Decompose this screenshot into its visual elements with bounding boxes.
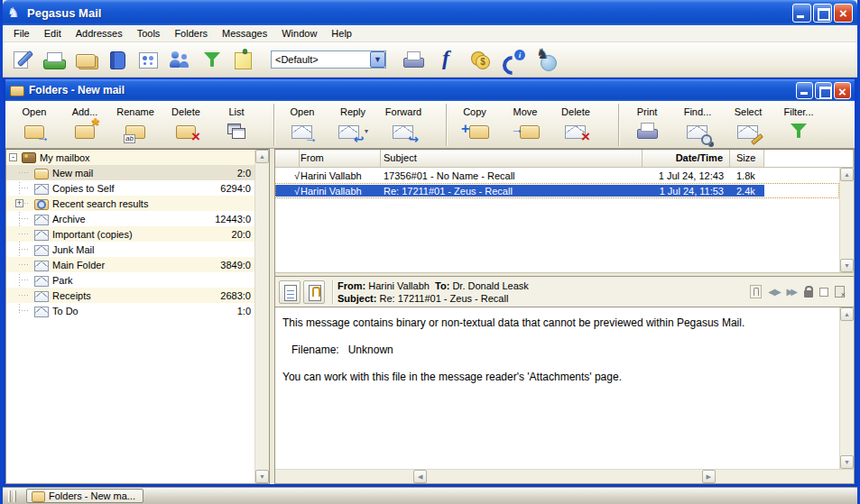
message-list-header[interactable]: FromSubjectDate/TimeSize [275,150,854,168]
column-header-from[interactable]: From [300,150,381,167]
column-header-flag[interactable] [764,150,854,167]
folders-window-title-bar[interactable]: Folders - New mail [5,79,855,101]
button-icon-wrap [123,120,148,142]
folders-close-button[interactable] [834,82,851,99]
inbox-icon[interactable] [42,49,67,70]
menu-item-addresses[interactable]: Addresses [69,26,130,41]
title-bar[interactable]: ♞ Pegasus Mail [3,0,857,25]
column-header-size[interactable]: Size [730,150,764,167]
forward-button[interactable]: Forward [378,103,429,147]
move-button[interactable]: Move [500,103,550,147]
message-row[interactable]: √Harini Vallabh17356#01 - No Name - Reca… [275,168,839,183]
taskbar-grip[interactable] [14,490,16,502]
folder-item-copies-to-self[interactable]: Copies to Self6294:0 [6,180,254,196]
close-button[interactable] [834,4,853,23]
scroll-right-icon[interactable]: ▶ [702,470,716,483]
tree-collapse-icon[interactable]: - [9,153,17,161]
open-button[interactable]: Open [9,103,60,147]
menu-item-tools[interactable]: Tools [130,26,168,41]
skip-forward-icon[interactable]: ▶▶ [787,287,798,297]
add-button[interactable]: Add... [60,103,110,147]
toolbar-group-1: OpenReply▼Forward [277,103,443,147]
folders-icon[interactable] [73,49,98,70]
delete-button[interactable]: Delete [161,103,211,147]
preview-header-bar: From: Harini Vallabh To: Dr. Donald Leas… [275,277,854,307]
combobox-dropdown-icon[interactable]: ▼ [370,51,385,68]
delete-button[interactable]: Delete [550,103,601,147]
folder-item-junk-mail[interactable]: Junk Mail [6,242,254,257]
menu-item-help[interactable]: Help [324,26,359,41]
filter-button[interactable]: Filter... [773,103,824,147]
folder-item-park[interactable]: Park [6,272,254,288]
currency-icon[interactable] [467,49,493,70]
folders-window-tab[interactable]: Folders - New ma... [26,489,143,503]
list-button[interactable]: List [211,103,262,147]
folder-item-to-do[interactable]: To Do1:0 [6,303,254,318]
notebook-icon[interactable] [105,49,130,70]
maximize-button[interactable] [813,4,832,23]
attachment-icon[interactable] [750,285,762,298]
discard-message-icon[interactable] [835,286,845,298]
scroll-up-icon[interactable]: ▲ [255,150,269,163]
rename-button[interactable]: Rename [110,103,161,147]
printer-icon[interactable] [401,49,426,70]
column-header-date-time[interactable]: Date/Time [643,150,730,167]
menu-item-file[interactable]: File [6,26,37,41]
identity-combobox[interactable]: <Default> ▼ [271,50,386,69]
folder-item-new-mail[interactable]: New mail2:0 [6,165,254,180]
folders-maximize-button[interactable] [815,82,832,99]
minimize-button[interactable] [792,4,811,23]
folder-open-t-icon [33,167,49,179]
button-icon-wrap [72,120,97,142]
message-list-scrollbar[interactable]: ▲ ▼ [839,168,854,272]
menu-item-edit[interactable]: Edit [37,26,69,41]
tree-expand-icon[interactable]: + [15,199,23,207]
users-icon[interactable] [168,49,193,70]
column-header-subject[interactable]: Subject [381,150,643,167]
button-icon-wrap [290,120,315,142]
find-button[interactable]: Find... [672,103,723,147]
folder-item-my-mailbox[interactable]: -My mailbox [6,150,254,165]
notes-icon[interactable] [231,49,256,70]
open-button[interactable]: Open [277,103,328,147]
button-icon-wrap [786,120,811,142]
menu-item-folders[interactable]: Folders [167,26,215,41]
scroll-up-icon[interactable]: ▲ [840,168,854,181]
menu-item-window[interactable]: Window [274,26,324,41]
pegasus-web-icon[interactable] [534,49,559,70]
horizontal-scrollbar[interactable]: ◀ ▶ [275,469,854,483]
scroll-left-icon[interactable]: ◀ [413,470,427,483]
prev-next-message-icon[interactable]: ◀▶ [768,287,780,297]
folder-item-main-folder[interactable]: Main Folder3849:0 [6,257,254,272]
folder-item-important-copies[interactable]: Important (copies)20:0 [6,226,254,242]
mark-read-checkbox[interactable] [819,288,828,297]
scroll-up-icon[interactable]: ▲ [840,307,854,321]
folder-item-receipts[interactable]: Receipts2683:0 [6,288,254,303]
show-message-body-button[interactable] [279,280,301,304]
menu-item-messages[interactable]: Messages [215,26,274,41]
folder-item-recent-search-results[interactable]: +Recent search results [6,196,254,211]
address-book-icon[interactable] [136,49,162,70]
body-scrollbar[interactable]: ▲ ▼ [839,307,854,469]
taskbar-grip[interactable] [8,490,11,502]
copy-button[interactable]: Copy [449,103,500,147]
column-header-flag[interactable] [275,150,300,167]
select-button[interactable]: Select [723,103,773,147]
compose-icon[interactable] [10,49,35,70]
folder-label: Recent search results [52,198,251,209]
tree-scrollbar[interactable]: ▲ ▼ [254,150,269,483]
reply-button[interactable]: Reply▼ [328,103,378,147]
filter-icon[interactable] [199,49,225,70]
print-button[interactable]: Print [622,103,672,147]
lock-icon[interactable] [804,290,813,298]
folders-minimize-button[interactable] [796,82,813,99]
scroll-down-icon[interactable]: ▼ [840,259,854,272]
folder-item-archive[interactable]: Archive12443:0 [6,211,254,226]
scroll-down-icon[interactable]: ▼ [255,470,269,483]
dropdown-arrow-icon[interactable]: ▼ [364,128,370,134]
scroll-down-icon[interactable]: ▼ [840,455,854,469]
phone-info-icon[interactable] [501,49,526,70]
show-attachments-button[interactable] [303,280,325,304]
message-row[interactable]: √Harini VallabhRe: 17211#01 - Zeus - Rec… [275,183,839,198]
font-icon[interactable] [434,49,459,70]
